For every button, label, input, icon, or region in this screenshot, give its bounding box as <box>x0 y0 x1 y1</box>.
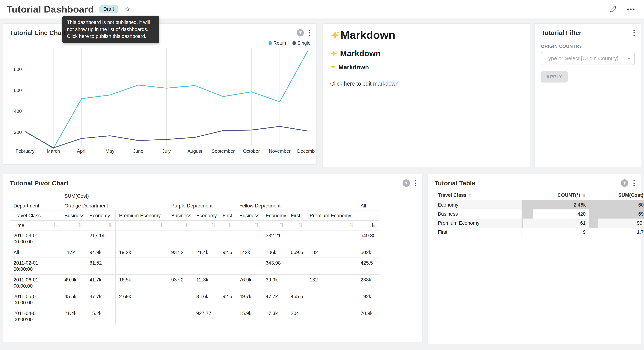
pivot-cell <box>116 230 168 247</box>
pivot-col-header: Business <box>168 211 193 220</box>
kebab-menu-icon[interactable] <box>309 30 310 36</box>
pivot-cell <box>287 258 306 274</box>
pivot-group-header: Yellow Department <box>236 201 357 211</box>
pivot-sort-row: Time⇅⇅⇅⇅⇅⇅⇅⇅⇅⇅⇅⇅ <box>10 220 379 230</box>
sort-icon[interactable]: ⇅ <box>160 222 164 228</box>
col-header-sum-cost[interactable]: SUM(Cost)⇅ <box>589 190 644 200</box>
kebab-menu-icon[interactable] <box>633 30 635 36</box>
cross-filter-icon[interactable] <box>402 179 410 187</box>
pivot-col-header: Premium Economy <box>116 211 168 220</box>
legend-item-single[interactable]: Single <box>292 40 310 46</box>
markdown-h2: Markdown <box>330 49 522 58</box>
origin-country-label: ORIGIN COUNTRY <box>541 44 634 49</box>
sort-icon[interactable]: ⇅ <box>350 222 354 228</box>
x-axis-label: July <box>162 148 171 154</box>
more-menu-icon[interactable] <box>627 8 635 10</box>
kebab-menu-icon[interactable] <box>415 180 416 186</box>
pivot-cell <box>236 258 262 274</box>
value-bar <box>589 218 598 228</box>
table-row[interactable]: Business420696k <box>434 210 644 218</box>
sort-icon[interactable]: ⇅ <box>228 222 232 228</box>
pivot-sort-cell: ⇅ <box>86 220 116 230</box>
pivot-row-label: 2011-03-0100:00:00 <box>10 230 61 247</box>
sort-icon[interactable]: ⇅ <box>280 222 284 228</box>
sort-icon[interactable]: ⇅ <box>53 222 58 228</box>
sort-icon[interactable]: ⇅ <box>212 222 216 228</box>
sort-icon[interactable]: ⇅ <box>78 222 82 228</box>
table-card: Tutorial Table Travel Class⇅COUNT(*)⇅SUM… <box>428 174 641 344</box>
kebab-menu-icon[interactable] <box>633 180 635 186</box>
col-header-travel-class[interactable]: Travel Class⇅ <box>434 190 522 200</box>
line-chart-title: Tutorial Line Chart <box>10 29 66 36</box>
data-table: Travel Class⇅COUNT(*)⇅SUM(Cost)⇅ Economy… <box>434 190 644 237</box>
pivot-cell <box>306 291 357 308</box>
sort-icon[interactable]: ⇅ <box>108 222 112 228</box>
pivot-cell: 142k <box>236 247 262 258</box>
x-axis-label: March <box>47 148 60 154</box>
sort-icon[interactable]: ⇅ <box>185 222 190 228</box>
pivot-cell <box>219 274 236 292</box>
pivot-col-header: Economy <box>262 211 287 220</box>
sparkles-icon <box>330 30 340 40</box>
legend-item-return[interactable]: Return <box>268 40 288 46</box>
line-chart[interactable]: FebruaryMarchAprilMayJuneJulyAugustSepte… <box>3 39 314 164</box>
pivot-data-row: 2011-02-0100:00:0081.52343.98425.5 <box>10 258 379 274</box>
markdown-h3: Markdown <box>330 64 522 71</box>
pivot-cell <box>116 308 168 325</box>
edit-markdown-link[interactable]: markdown <box>373 80 398 87</box>
y-axis-label: 400 <box>14 109 22 114</box>
sort-icon[interactable]: ⇅ <box>582 193 586 198</box>
count-cell: 2.46k <box>522 200 589 210</box>
pivot-sort-cell: ⇅ <box>357 220 379 230</box>
travel-class-cell: Premium Economy <box>434 218 522 228</box>
pivot-cell: 49.7k <box>236 291 262 308</box>
pivot-cell: 937.2 <box>168 274 193 292</box>
value-bar <box>522 210 533 218</box>
apply-button[interactable]: APPLY <box>541 71 568 82</box>
pivot-sort-cell: ⇅ <box>61 220 86 230</box>
origin-country-select[interactable]: Type or Select [Origin Country] ▾ <box>541 52 634 65</box>
pivot-cell <box>306 258 357 274</box>
pivot-cell: 2.69k <box>116 291 168 308</box>
pivot-cell: 15.2k <box>86 308 116 325</box>
line-chart-card: Tutorial Line Chart ReturnSingle Februar… <box>3 24 316 164</box>
pivot-row-label: 2011-02-0100:00:00 <box>10 258 61 274</box>
pivot-cell: 192k <box>357 291 379 308</box>
pivot-col-header: Business <box>236 211 262 220</box>
table-header-row: Travel Class⇅COUNT(*)⇅SUM(Cost)⇅ <box>434 190 644 200</box>
pivot-cell: 937.2 <box>168 247 193 258</box>
pivot-sort-cell: ⇅ <box>193 220 219 230</box>
pivot-metric-cell: SUM(Cost) <box>61 191 379 201</box>
pivot-cell: 343.98 <box>262 258 287 274</box>
table-row[interactable]: Economy2.46k602k <box>434 200 644 210</box>
cross-filter-icon[interactable] <box>621 179 628 187</box>
pivot-cell <box>61 258 86 274</box>
table-row[interactable]: Premium Economy6199.8k <box>434 218 644 228</box>
favorite-star-icon[interactable]: ☆ <box>124 5 130 13</box>
draft-status-badge[interactable]: Draft <box>99 5 118 14</box>
pivot-col-header: Premium Economy <box>306 211 357 220</box>
table-row[interactable]: First91.71k <box>434 228 644 237</box>
sort-icon[interactable]: ⇅ <box>468 193 472 198</box>
pivot-data-row: All117k94.9k19.2k937.221.4k92.6142k106k6… <box>10 247 379 258</box>
pivot-row-label: 2011-06-0100:00:00 <box>10 274 61 292</box>
pivot-cell: 37.7k <box>86 291 116 308</box>
sort-icon[interactable]: ⇅ <box>298 222 303 228</box>
pivot-cell: 132 <box>306 274 357 292</box>
y-axis-label: 800 <box>14 67 22 72</box>
col-header-count[interactable]: COUNT(*)⇅ <box>522 190 589 200</box>
pivot-sort-cell: ⇅ <box>287 220 306 230</box>
draft-tooltip[interactable]: This dashboard is not published, it will… <box>62 16 159 43</box>
sort-icon[interactable]: ⇅ <box>371 222 376 228</box>
pivot-cell: 217.14 <box>86 230 116 247</box>
pivot-data-row: 2011-04-0100:00:0021.4k15.2k927.7715.9k1… <box>10 308 379 325</box>
edit-dashboard-icon[interactable] <box>610 6 617 13</box>
sort-icon[interactable]: ⇅ <box>254 222 259 228</box>
cross-filter-icon[interactable] <box>296 29 304 37</box>
pivot-cell <box>219 258 236 274</box>
pivot-col-header: Economy <box>86 211 116 220</box>
pivot-col-header: First <box>219 211 236 220</box>
pivot-cell <box>287 230 306 247</box>
pivot-cell <box>236 230 262 247</box>
pivot-cell: 117k <box>61 247 86 258</box>
